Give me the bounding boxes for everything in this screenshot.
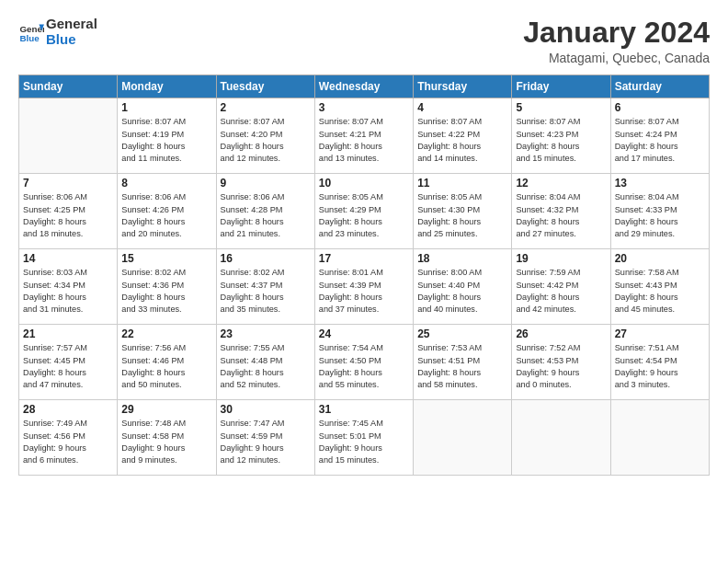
day-number: 10: [319, 177, 409, 190]
table-row: 23Sunrise: 7:55 AMSunset: 4:48 PMDayligh…: [216, 325, 314, 400]
day-number: 11: [417, 177, 507, 190]
table-row: 18Sunrise: 8:00 AMSunset: 4:40 PMDayligh…: [414, 249, 512, 325]
month-title: January 2024: [523, 17, 710, 49]
table-row: [610, 400, 709, 476]
day-number: 9: [221, 177, 311, 190]
day-number: 12: [516, 177, 606, 190]
day-number: 18: [417, 252, 507, 265]
day-info: Sunrise: 7:45 AMSunset: 5:01 PMDaylight:…: [319, 418, 409, 466]
day-number: 28: [23, 403, 113, 416]
day-number: 29: [121, 403, 211, 416]
table-row: 26Sunrise: 7:52 AMSunset: 4:53 PMDayligh…: [512, 325, 610, 400]
table-row: 28Sunrise: 7:49 AMSunset: 4:56 PMDayligh…: [19, 400, 118, 476]
day-info: Sunrise: 7:58 AMSunset: 4:43 PMDaylight:…: [615, 267, 705, 316]
day-number: 13: [615, 177, 705, 190]
day-number: 22: [121, 327, 211, 340]
day-info: Sunrise: 8:02 AMSunset: 4:37 PMDaylight:…: [221, 267, 311, 316]
calendar-header-row: Sunday Monday Tuesday Wednesday Thursday…: [19, 75, 710, 98]
table-row: 1Sunrise: 8:07 AMSunset: 4:19 PMDaylight…: [118, 98, 216, 174]
table-row: 8Sunrise: 8:06 AMSunset: 4:26 PMDaylight…: [118, 174, 216, 249]
table-row: 30Sunrise: 7:47 AMSunset: 4:59 PMDayligh…: [216, 400, 314, 476]
day-number: 16: [221, 252, 311, 265]
day-info: Sunrise: 8:01 AMSunset: 4:39 PMDaylight:…: [319, 267, 409, 316]
location: Matagami, Quebec, Canada: [523, 51, 710, 65]
day-number: 1: [121, 101, 211, 114]
day-info: Sunrise: 7:48 AMSunset: 4:58 PMDaylight:…: [121, 418, 211, 466]
day-number: 17: [319, 252, 409, 265]
day-info: Sunrise: 8:06 AMSunset: 4:28 PMDaylight:…: [221, 191, 311, 240]
day-info: Sunrise: 7:56 AMSunset: 4:46 PMDaylight:…: [121, 342, 211, 391]
table-row: 19Sunrise: 7:59 AMSunset: 4:42 PMDayligh…: [512, 249, 610, 325]
col-monday: Monday: [118, 75, 216, 98]
day-number: 20: [615, 252, 705, 265]
table-row: 5Sunrise: 8:07 AMSunset: 4:23 PMDaylight…: [512, 98, 610, 174]
day-info: Sunrise: 7:49 AMSunset: 4:56 PMDaylight:…: [23, 418, 113, 466]
day-number: 26: [516, 327, 606, 340]
table-row: 21Sunrise: 7:57 AMSunset: 4:45 PMDayligh…: [19, 325, 118, 400]
day-info: Sunrise: 7:54 AMSunset: 4:50 PMDaylight:…: [319, 342, 409, 391]
day-number: 24: [319, 327, 409, 340]
table-row: 12Sunrise: 8:04 AMSunset: 4:32 PMDayligh…: [512, 174, 610, 249]
logo-icon: General Blue: [18, 19, 44, 45]
col-tuesday: Tuesday: [216, 75, 314, 98]
table-row: 13Sunrise: 8:04 AMSunset: 4:33 PMDayligh…: [610, 174, 709, 249]
day-info: Sunrise: 8:05 AMSunset: 4:29 PMDaylight:…: [319, 191, 409, 240]
day-number: 6: [615, 101, 705, 114]
day-number: 7: [23, 177, 113, 190]
day-number: 30: [221, 403, 311, 416]
day-info: Sunrise: 8:07 AMSunset: 4:23 PMDaylight:…: [516, 116, 606, 165]
table-row: 15Sunrise: 8:02 AMSunset: 4:36 PMDayligh…: [118, 249, 216, 325]
day-info: Sunrise: 7:51 AMSunset: 4:54 PMDaylight:…: [615, 342, 705, 391]
day-number: 4: [417, 101, 507, 114]
day-info: Sunrise: 7:52 AMSunset: 4:53 PMDaylight:…: [516, 342, 606, 391]
day-number: 14: [23, 252, 113, 265]
day-number: 27: [615, 327, 705, 340]
day-number: 31: [319, 403, 409, 416]
logo-line2: Blue: [46, 32, 97, 48]
table-row: [414, 400, 512, 476]
table-row: 31Sunrise: 7:45 AMSunset: 5:01 PMDayligh…: [314, 400, 413, 476]
page-header: General Blue General Blue January 2024 M…: [18, 17, 710, 65]
svg-text:Blue: Blue: [19, 32, 40, 42]
col-saturday: Saturday: [610, 75, 709, 98]
col-sunday: Sunday: [19, 75, 118, 98]
day-number: 2: [221, 101, 311, 114]
day-info: Sunrise: 8:07 AMSunset: 4:20 PMDaylight:…: [221, 116, 311, 165]
day-info: Sunrise: 7:55 AMSunset: 4:48 PMDaylight:…: [221, 342, 311, 391]
day-number: 19: [516, 252, 606, 265]
day-info: Sunrise: 8:04 AMSunset: 4:33 PMDaylight:…: [615, 191, 705, 240]
day-info: Sunrise: 8:06 AMSunset: 4:26 PMDaylight:…: [121, 191, 211, 240]
day-number: 5: [516, 101, 606, 114]
table-row: 3Sunrise: 8:07 AMSunset: 4:21 PMDaylight…: [314, 98, 413, 174]
day-info: Sunrise: 7:59 AMSunset: 4:42 PMDaylight:…: [516, 267, 606, 316]
table-row: 6Sunrise: 8:07 AMSunset: 4:24 PMDaylight…: [610, 98, 709, 174]
day-info: Sunrise: 7:53 AMSunset: 4:51 PMDaylight:…: [417, 342, 507, 391]
day-number: 23: [221, 327, 311, 340]
table-row: 7Sunrise: 8:06 AMSunset: 4:25 PMDaylight…: [19, 174, 118, 249]
table-row: 14Sunrise: 8:03 AMSunset: 4:34 PMDayligh…: [19, 249, 118, 325]
day-number: 15: [121, 252, 211, 265]
calendar-table: Sunday Monday Tuesday Wednesday Thursday…: [18, 75, 710, 476]
day-number: 3: [319, 101, 409, 114]
title-block: January 2024 Matagami, Quebec, Canada: [523, 17, 710, 65]
table-row: 27Sunrise: 7:51 AMSunset: 4:54 PMDayligh…: [610, 325, 709, 400]
day-info: Sunrise: 8:02 AMSunset: 4:36 PMDaylight:…: [121, 267, 211, 316]
logo-line1: General: [46, 17, 97, 32]
day-info: Sunrise: 8:07 AMSunset: 4:24 PMDaylight:…: [615, 116, 705, 165]
table-row: 11Sunrise: 8:05 AMSunset: 4:30 PMDayligh…: [414, 174, 512, 249]
day-info: Sunrise: 8:06 AMSunset: 4:25 PMDaylight:…: [23, 191, 113, 240]
day-info: Sunrise: 7:57 AMSunset: 4:45 PMDaylight:…: [23, 342, 113, 391]
table-row: 25Sunrise: 7:53 AMSunset: 4:51 PMDayligh…: [414, 325, 512, 400]
table-row: 24Sunrise: 7:54 AMSunset: 4:50 PMDayligh…: [314, 325, 413, 400]
col-thursday: Thursday: [414, 75, 512, 98]
day-info: Sunrise: 8:07 AMSunset: 4:22 PMDaylight:…: [417, 116, 507, 165]
day-info: Sunrise: 7:47 AMSunset: 4:59 PMDaylight:…: [221, 418, 311, 466]
table-row: 17Sunrise: 8:01 AMSunset: 4:39 PMDayligh…: [314, 249, 413, 325]
logo: General Blue General Blue: [18, 17, 97, 47]
day-number: 21: [23, 327, 113, 340]
table-row: 20Sunrise: 7:58 AMSunset: 4:43 PMDayligh…: [610, 249, 709, 325]
col-friday: Friday: [512, 75, 610, 98]
day-info: Sunrise: 8:07 AMSunset: 4:19 PMDaylight:…: [121, 116, 211, 165]
day-info: Sunrise: 8:03 AMSunset: 4:34 PMDaylight:…: [23, 267, 113, 316]
table-row: 22Sunrise: 7:56 AMSunset: 4:46 PMDayligh…: [118, 325, 216, 400]
